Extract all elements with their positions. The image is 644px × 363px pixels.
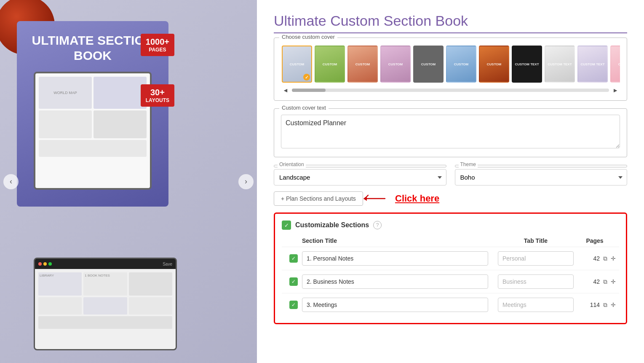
theme-inner-label: Theme bbox=[459, 161, 478, 167]
scroll-bar-row: ◄ ► bbox=[281, 87, 620, 94]
orientation-inner-label: Orientation bbox=[278, 161, 306, 167]
cover-thumb-4[interactable]: Custom bbox=[380, 46, 411, 83]
tab-title-cell-3 bbox=[498, 298, 574, 312]
help-icon[interactable]: ? bbox=[373, 221, 382, 229]
lower-tablet: Save LIBRARY 1 BOOK NOTES bbox=[34, 258, 177, 350]
tab-title-cell-1 bbox=[498, 251, 574, 266]
custom-text-label: Custom cover text bbox=[279, 105, 329, 111]
sections-header: ✓ Customizable Sections ? bbox=[282, 220, 619, 230]
product-card: Ultimate Section Book WORLD MAP 1000+ PA… bbox=[17, 21, 168, 207]
cover-label: Choose custom cover bbox=[279, 34, 337, 40]
arrow-icon bbox=[358, 190, 392, 207]
add-plan-button[interactable]: + Plan Sections and Layouts bbox=[274, 191, 363, 206]
pages-cell-1: 42 ⧉ ✛ bbox=[574, 255, 616, 262]
section-title-input-3[interactable] bbox=[302, 298, 488, 312]
cover-thumb-5[interactable]: CUSTOM bbox=[413, 46, 444, 83]
cover-section: Choose custom cover CUSTOM✓CustomCUSTOMC… bbox=[274, 38, 627, 101]
cover-thumb-2[interactable]: Custom bbox=[315, 46, 345, 83]
section-title-input-1[interactable] bbox=[302, 251, 488, 266]
save-button-overlay[interactable]: Save bbox=[163, 262, 172, 266]
orientation-select[interactable]: Landscape Portrait bbox=[274, 169, 446, 186]
cover-thumb-9[interactable]: CUSTOM TEXT bbox=[545, 46, 575, 83]
col-check-header bbox=[285, 237, 302, 244]
move-icon-2[interactable]: ✛ bbox=[611, 278, 616, 285]
next-arrow[interactable]: › bbox=[238, 174, 254, 189]
theme-label: Theme bbox=[455, 165, 628, 167]
orientation-theme-row: Orientation Landscape Portrait Theme Boh… bbox=[274, 165, 627, 186]
pages-value-2: 42 bbox=[593, 278, 600, 285]
col-section-title-header: Section Title bbox=[302, 237, 498, 244]
table-row: ✓ 42 ⧉ ✛ bbox=[282, 270, 619, 293]
orientation-field: Orientation Landscape Portrait bbox=[274, 165, 446, 186]
click-here-annotation: Click here bbox=[358, 190, 439, 207]
sections-title: Customizable Sections bbox=[295, 221, 369, 229]
section-title-cell-2 bbox=[302, 274, 498, 289]
col-tab-title-header: Tab Title bbox=[498, 237, 574, 244]
cover-thumb-11[interactable]: CUSTOM bbox=[610, 46, 620, 83]
cover-thumb-8[interactable]: CUSTOM TEXT bbox=[512, 46, 542, 83]
tablet-mockup: WORLD MAP bbox=[34, 72, 152, 190]
scroll-right-arrow[interactable]: ► bbox=[611, 87, 620, 94]
scroll-left-arrow[interactable]: ◄ bbox=[281, 87, 290, 94]
product-title: Ultimate Section Book bbox=[25, 33, 160, 63]
cover-thumb-6[interactable]: Custom bbox=[446, 46, 476, 83]
product-image-panel: Ultimate Section Book WORLD MAP 1000+ PA… bbox=[0, 0, 257, 363]
cover-scroll: CUSTOM✓CustomCUSTOMCustomCUSTOMCustomCus… bbox=[281, 44, 620, 84]
section-title-input-2[interactable] bbox=[302, 274, 488, 289]
customizable-sections-panel: ✓ Customizable Sections ? Section Title … bbox=[274, 212, 627, 324]
sections-list: ✓ 42 ⧉ ✛ ✓ 42 ⧉ ✛ ✓ bbox=[282, 247, 619, 316]
prev-arrow[interactable]: ‹ bbox=[3, 174, 19, 189]
tab-title-input-2[interactable] bbox=[498, 274, 574, 289]
section-title-cell-1 bbox=[302, 251, 498, 266]
cover-thumb-3[interactable]: CUSTOM bbox=[347, 46, 378, 83]
move-icon-3[interactable]: ✛ bbox=[611, 301, 616, 308]
product-config-panel: Ultimate Custom Section Book Choose cust… bbox=[257, 0, 644, 363]
sections-table-header: Section Title Tab Title Pages bbox=[282, 235, 619, 247]
cover-thumb-7[interactable]: Custom bbox=[479, 46, 509, 83]
section-title-cell-3 bbox=[302, 298, 498, 312]
layouts-badge: 30+ LAYOUTS bbox=[141, 84, 174, 107]
tablet-screen: WORLD MAP bbox=[35, 73, 150, 188]
move-icon-1[interactable]: ✛ bbox=[611, 255, 616, 262]
section-checkbox-1[interactable]: ✓ bbox=[285, 254, 302, 263]
tablet-grid: LIBRARY 1 BOOK NOTES bbox=[35, 269, 176, 349]
copy-icon-3[interactable]: ⧉ bbox=[603, 301, 607, 309]
theme-select[interactable]: Boho Modern Classic Minimal bbox=[455, 169, 628, 186]
tab-title-input-1[interactable] bbox=[498, 251, 574, 266]
table-row: ✓ 42 ⧉ ✛ bbox=[282, 247, 619, 270]
section-checkbox-3[interactable]: ✓ bbox=[285, 301, 302, 309]
cover-thumb-1[interactable]: CUSTOM✓ bbox=[282, 46, 312, 83]
click-here-text: Click here bbox=[395, 193, 439, 204]
pages-badge: 1000+ PAGES bbox=[141, 34, 174, 56]
pages-cell-3: 114 ⧉ ✛ bbox=[574, 301, 616, 309]
cover-thumb-10[interactable]: CUSTOM TEXT bbox=[577, 46, 608, 83]
pages-value-3: 114 bbox=[590, 301, 600, 308]
custom-cover-textarea[interactable] bbox=[281, 115, 620, 148]
custom-text-section: Custom cover text bbox=[274, 108, 627, 157]
section-check-icon: ✓ bbox=[282, 220, 291, 230]
plan-row: + Plan Sections and Layouts Click here bbox=[274, 191, 627, 206]
pages-value-1: 42 bbox=[593, 255, 600, 262]
section-checkbox-2[interactable]: ✓ bbox=[285, 277, 302, 286]
scroll-track bbox=[292, 89, 609, 92]
copy-icon-2[interactable]: ⧉ bbox=[603, 278, 607, 285]
scroll-thumb bbox=[292, 89, 326, 92]
pages-cell-2: 42 ⧉ ✛ bbox=[574, 278, 616, 285]
page-title: Ultimate Custom Section Book bbox=[274, 13, 627, 33]
svg-marker-0 bbox=[363, 196, 367, 201]
copy-icon-1[interactable]: ⧉ bbox=[603, 255, 607, 262]
col-pages-header: Pages bbox=[574, 237, 616, 244]
tab-title-cell-2 bbox=[498, 274, 574, 289]
theme-field: Theme Boho Modern Classic Minimal bbox=[455, 165, 628, 186]
tab-title-input-3[interactable] bbox=[498, 298, 574, 312]
orientation-label: Orientation bbox=[274, 165, 446, 167]
table-row: ✓ 114 ⧉ ✛ bbox=[282, 293, 619, 316]
